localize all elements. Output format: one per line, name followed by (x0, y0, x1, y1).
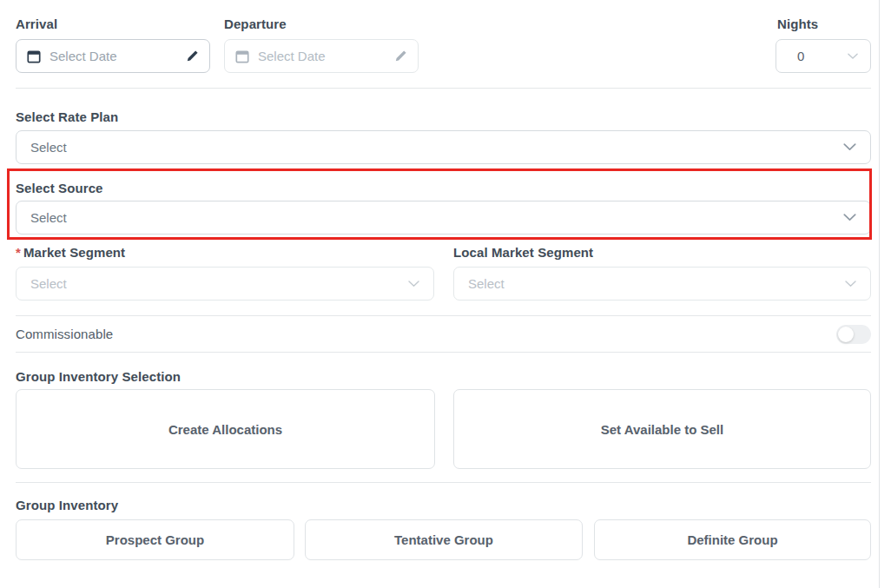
source-select[interactable]: Select (16, 201, 871, 235)
market-segment-label: *Market Segment (16, 246, 125, 260)
commissionable-toggle[interactable] (836, 325, 871, 344)
commissionable-label: Commissionable (16, 327, 113, 341)
group-inventory-selection-label: Group Inventory Selection (16, 370, 181, 384)
chevron-down-icon (843, 143, 856, 151)
departure-date-field[interactable]: Select Date (224, 39, 419, 73)
definite-group-button[interactable]: Definite Group (594, 519, 871, 560)
create-allocations-button[interactable]: Create Allocations (16, 389, 435, 469)
local-market-segment-select[interactable]: Select (453, 267, 871, 301)
rate-plan-label: Select Rate Plan (16, 110, 118, 124)
required-asterisk: * (16, 245, 21, 260)
chevron-down-icon (845, 281, 856, 287)
arrival-label: Arrival (16, 17, 57, 31)
local-market-segment-label: Local Market Segment (453, 246, 593, 260)
divider (16, 352, 871, 353)
toggle-knob (838, 327, 854, 342)
rate-plan-select[interactable]: Select (16, 130, 871, 164)
nights-label: Nights (777, 17, 818, 31)
local-market-segment-value: Select (468, 276, 505, 291)
group-booking-form: Arrival Select Date Departure Select Dat… (0, 0, 891, 588)
divider (16, 88, 871, 89)
panel-right-edge (879, 0, 880, 588)
arrival-date-field[interactable]: Select Date (16, 39, 210, 73)
market-segment-select[interactable]: Select (16, 267, 434, 301)
nights-value: 0 (797, 49, 804, 63)
chevron-down-icon (408, 281, 419, 287)
divider (16, 315, 871, 316)
market-segment-value: Select (30, 276, 67, 291)
calendar-icon (27, 50, 41, 63)
group-inventory-label: Group Inventory (16, 499, 118, 512)
divider (16, 482, 871, 483)
pencil-icon (394, 50, 407, 63)
calendar-icon (235, 50, 249, 63)
rate-plan-value: Select (30, 140, 67, 155)
prospect-group-button[interactable]: Prospect Group (16, 519, 294, 560)
pencil-icon[interactable] (186, 50, 199, 63)
source-label: Select Source (16, 182, 103, 195)
source-value: Select (30, 210, 67, 225)
set-available-to-sell-button[interactable]: Set Available to Sell (453, 389, 871, 469)
tentative-group-button[interactable]: Tentative Group (305, 519, 583, 560)
chevron-down-icon (843, 214, 856, 221)
departure-date-placeholder: Select Date (258, 49, 394, 63)
chevron-down-icon (848, 53, 858, 60)
nights-select[interactable]: 0 (776, 39, 871, 73)
departure-label: Departure (224, 17, 287, 31)
arrival-date-placeholder: Select Date (50, 49, 186, 63)
